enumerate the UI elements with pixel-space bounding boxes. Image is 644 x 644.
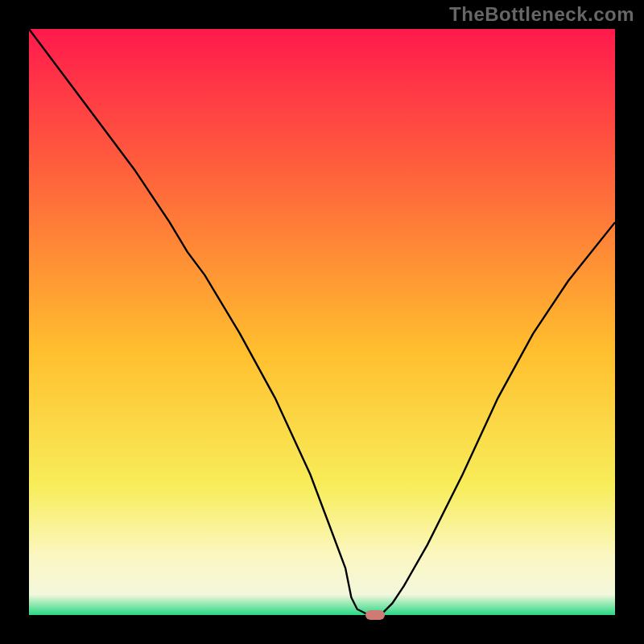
plot-area [29, 29, 615, 615]
watermark-text: TheBottleneck.com [449, 3, 634, 26]
chart-frame: TheBottleneck.com [0, 0, 644, 644]
gradient-background [29, 29, 615, 615]
optimal-point-marker [365, 610, 385, 620]
chart-svg [29, 29, 615, 615]
